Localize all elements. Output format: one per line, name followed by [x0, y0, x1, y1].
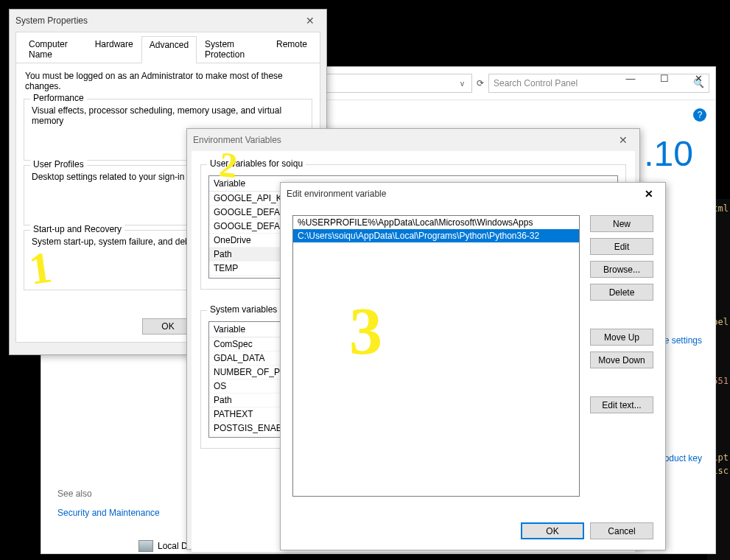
performance-title: Performance	[30, 93, 87, 103]
admin-note: You must be logged on as an Administrato…	[16, 63, 320, 94]
sysprops-tabs: Computer Name Hardware Advanced System P…	[16, 32, 320, 63]
system-vars-title: System variables	[207, 304, 280, 315]
close-button[interactable]: ✕	[681, 67, 715, 89]
product-key-link[interactable]: oduct key	[664, 453, 702, 463]
move-down-button[interactable]: Move Down	[590, 351, 653, 368]
edit-button[interactable]: Edit	[590, 238, 653, 255]
editvar-titlebar[interactable]: Edit environment variable ✕	[281, 183, 665, 205]
close-icon[interactable]: ✕	[613, 133, 634, 147]
move-up-button[interactable]: Move Up	[590, 329, 653, 346]
change-settings-link[interactable]: e settings	[664, 335, 702, 346]
close-icon[interactable]: ✕	[300, 13, 320, 28]
minimize-button[interactable]: —	[614, 67, 647, 89]
new-button[interactable]: New	[590, 215, 653, 232]
ok-button[interactable]: OK	[521, 522, 584, 539]
tab-remote[interactable]: Remote	[268, 35, 315, 63]
editvar-title: Edit environment variable	[287, 189, 386, 199]
path-entries-list[interactable]: %USERPROFILE%\AppData\Local\Microsoft\Wi…	[292, 215, 580, 497]
local-disk-label: Local Di	[158, 541, 189, 551]
list-item[interactable]: %USERPROFILE%\AppData\Local\Microsoft\Wi…	[293, 216, 579, 229]
tab-system-protection[interactable]: System Protection	[197, 35, 268, 63]
tab-advanced[interactable]: Advanced	[141, 36, 197, 63]
editvar-footer: OK Cancel	[521, 522, 653, 539]
search-placeholder: Search Control Panel	[494, 78, 578, 88]
see-also-label: See also	[57, 489, 92, 499]
editvar-buttons: New Edit Browse... Delete Move Up Move D…	[590, 215, 653, 497]
browse-button[interactable]: Browse...	[590, 261, 653, 278]
user-profiles-title: User Profiles	[30, 159, 87, 169]
maximize-button[interactable]: ☐	[647, 67, 681, 89]
close-icon[interactable]: ✕	[639, 186, 659, 201]
envvars-title: Environment Variables	[193, 135, 281, 145]
refresh-button[interactable]: ⟳	[477, 75, 484, 91]
sysprops-titlebar[interactable]: System Properties ✕	[10, 10, 326, 32]
list-item[interactable]: C:\Users\soiqu\AppData\Local\Programs\Py…	[293, 229, 579, 242]
delete-button[interactable]: Delete	[590, 284, 653, 301]
envvars-titlebar[interactable]: Environment Variables ✕	[187, 129, 639, 151]
edit-env-var-dialog: Edit environment variable ✕ %USERPROFILE…	[280, 182, 666, 550]
user-vars-title: User variables for soiqu	[207, 158, 306, 169]
drive-icon	[138, 540, 153, 552]
local-disk-item[interactable]: Local Di	[138, 540, 189, 552]
window-controls: — ☐ ✕	[614, 67, 715, 89]
help-icon[interactable]: ?	[693, 108, 706, 122]
tab-hardware[interactable]: Hardware	[87, 35, 141, 63]
security-maintenance-link[interactable]: Security and Maintenance	[57, 508, 160, 518]
startup-title: Start-up and Recovery	[30, 224, 124, 234]
cancel-button[interactable]: Cancel	[590, 522, 653, 539]
editvar-body: %USERPROFILE%\AppData\Local\Microsoft\Wi…	[281, 205, 665, 497]
edit-text-button[interactable]: Edit text...	[590, 396, 653, 413]
windows-edition-text: .10	[644, 133, 693, 174]
performance-desc: Visual effects, processor scheduling, me…	[32, 105, 304, 126]
sysprops-title: System Properties	[15, 15, 88, 26]
tab-computer-name[interactable]: Computer Name	[21, 35, 87, 63]
